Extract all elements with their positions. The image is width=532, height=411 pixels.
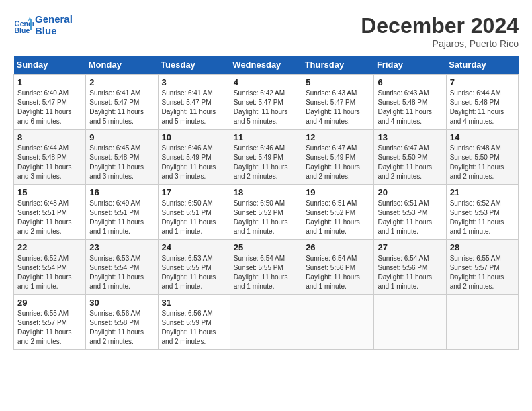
logo-icon: General Blue xyxy=(13,15,34,35)
title-block: December 2024 Pajaros, Puerto Rico xyxy=(361,13,519,49)
day-info: Sunrise: 6:48 AM Sunset: 5:50 PM Dayligh… xyxy=(450,144,515,181)
calendar-cell: 25 Sunrise: 6:54 AM Sunset: 5:55 PM Dayl… xyxy=(230,240,302,295)
day-number: 10 xyxy=(162,132,226,142)
day-number: 16 xyxy=(89,187,154,197)
day-number: 18 xyxy=(234,187,298,197)
weekday-header: Wednesday xyxy=(230,56,302,75)
day-number: 27 xyxy=(378,242,442,253)
day-info: Sunrise: 6:41 AM Sunset: 5:47 PM Dayligh… xyxy=(162,89,226,126)
day-info: Sunrise: 6:52 AM Sunset: 5:53 PM Dayligh… xyxy=(450,199,515,236)
calendar-cell: 22 Sunrise: 6:52 AM Sunset: 5:54 PM Dayl… xyxy=(14,240,86,295)
weekday-header: Tuesday xyxy=(158,56,230,75)
day-info: Sunrise: 6:46 AM Sunset: 5:49 PM Dayligh… xyxy=(234,144,298,181)
location: Pajaros, Puerto Rico xyxy=(361,38,519,49)
day-number: 15 xyxy=(17,187,82,197)
day-info: Sunrise: 6:49 AM Sunset: 5:51 PM Dayligh… xyxy=(89,199,154,236)
day-info: Sunrise: 6:55 AM Sunset: 5:57 PM Dayligh… xyxy=(17,309,82,347)
day-info: Sunrise: 6:54 AM Sunset: 5:56 PM Dayligh… xyxy=(306,254,370,291)
calendar-cell: 30 Sunrise: 6:56 AM Sunset: 5:58 PM Dayl… xyxy=(86,295,158,350)
day-info: Sunrise: 6:54 AM Sunset: 5:56 PM Dayligh… xyxy=(378,254,442,291)
day-info: Sunrise: 6:53 AM Sunset: 5:54 PM Dayligh… xyxy=(89,254,154,291)
day-number: 19 xyxy=(306,187,370,197)
day-number: 6 xyxy=(378,77,442,87)
day-info: Sunrise: 6:41 AM Sunset: 5:47 PM Dayligh… xyxy=(89,89,154,126)
calendar-table: SundayMondayTuesdayWednesdayThursdayFrid… xyxy=(13,56,519,350)
logo-line1: General xyxy=(35,13,73,25)
weekday-header: Saturday xyxy=(446,56,518,75)
day-number: 21 xyxy=(450,187,515,197)
calendar-cell: 11 Sunrise: 6:46 AM Sunset: 5:49 PM Dayl… xyxy=(230,130,302,185)
day-number: 3 xyxy=(162,77,226,87)
weekday-header: Friday xyxy=(374,56,446,75)
day-info: Sunrise: 6:50 AM Sunset: 5:51 PM Dayligh… xyxy=(162,199,226,236)
day-number: 22 xyxy=(17,242,82,253)
svg-text:Blue: Blue xyxy=(15,26,30,34)
day-number: 1 xyxy=(17,77,82,87)
day-info: Sunrise: 6:51 AM Sunset: 5:52 PM Dayligh… xyxy=(306,199,370,236)
weekday-header: Monday xyxy=(86,56,158,75)
calendar-week-row: 22 Sunrise: 6:52 AM Sunset: 5:54 PM Dayl… xyxy=(14,240,519,295)
calendar-week-row: 8 Sunrise: 6:44 AM Sunset: 5:48 PM Dayli… xyxy=(14,130,519,185)
calendar-cell: 4 Sunrise: 6:42 AM Sunset: 5:47 PM Dayli… xyxy=(230,75,302,130)
weekday-header-row: SundayMondayTuesdayWednesdayThursdayFrid… xyxy=(14,56,519,75)
calendar-cell xyxy=(230,295,302,350)
day-number: 2 xyxy=(89,77,154,87)
day-number: 11 xyxy=(234,132,298,142)
day-number: 14 xyxy=(450,132,515,142)
day-info: Sunrise: 6:55 AM Sunset: 5:57 PM Dayligh… xyxy=(450,254,515,291)
day-info: Sunrise: 6:56 AM Sunset: 5:59 PM Dayligh… xyxy=(162,309,226,347)
day-number: 17 xyxy=(162,187,226,197)
day-info: Sunrise: 6:48 AM Sunset: 5:51 PM Dayligh… xyxy=(17,199,82,236)
calendar-cell: 17 Sunrise: 6:50 AM Sunset: 5:51 PM Dayl… xyxy=(158,185,230,240)
day-info: Sunrise: 6:47 AM Sunset: 5:49 PM Dayligh… xyxy=(306,144,370,181)
day-info: Sunrise: 6:40 AM Sunset: 5:47 PM Dayligh… xyxy=(17,89,82,126)
calendar-cell xyxy=(446,295,518,350)
day-number: 20 xyxy=(378,187,442,197)
calendar-cell: 2 Sunrise: 6:41 AM Sunset: 5:47 PM Dayli… xyxy=(86,75,158,130)
calendar-cell: 7 Sunrise: 6:44 AM Sunset: 5:48 PM Dayli… xyxy=(446,75,518,130)
calendar-cell: 3 Sunrise: 6:41 AM Sunset: 5:47 PM Dayli… xyxy=(158,75,230,130)
day-number: 12 xyxy=(306,132,370,142)
day-info: Sunrise: 6:44 AM Sunset: 5:48 PM Dayligh… xyxy=(450,89,515,126)
day-info: Sunrise: 6:43 AM Sunset: 5:48 PM Dayligh… xyxy=(378,89,442,126)
day-number: 5 xyxy=(306,77,370,87)
calendar-cell: 9 Sunrise: 6:45 AM Sunset: 5:48 PM Dayli… xyxy=(86,130,158,185)
day-number: 26 xyxy=(306,242,370,253)
calendar-cell: 12 Sunrise: 6:47 AM Sunset: 5:49 PM Dayl… xyxy=(302,130,374,185)
calendar-cell: 15 Sunrise: 6:48 AM Sunset: 5:51 PM Dayl… xyxy=(14,185,86,240)
day-number: 25 xyxy=(234,242,298,253)
calendar-cell: 1 Sunrise: 6:40 AM Sunset: 5:47 PM Dayli… xyxy=(14,75,86,130)
day-number: 23 xyxy=(89,242,154,253)
day-info: Sunrise: 6:52 AM Sunset: 5:54 PM Dayligh… xyxy=(17,254,82,291)
calendar-cell: 27 Sunrise: 6:54 AM Sunset: 5:56 PM Dayl… xyxy=(374,240,446,295)
calendar-cell: 14 Sunrise: 6:48 AM Sunset: 5:50 PM Dayl… xyxy=(446,130,518,185)
day-number: 13 xyxy=(378,132,442,142)
day-info: Sunrise: 6:51 AM Sunset: 5:53 PM Dayligh… xyxy=(378,199,442,236)
day-number: 4 xyxy=(234,77,298,87)
calendar-cell: 16 Sunrise: 6:49 AM Sunset: 5:51 PM Dayl… xyxy=(86,185,158,240)
day-info: Sunrise: 6:50 AM Sunset: 5:52 PM Dayligh… xyxy=(234,199,298,236)
calendar-cell: 19 Sunrise: 6:51 AM Sunset: 5:52 PM Dayl… xyxy=(302,185,374,240)
calendar-cell xyxy=(374,295,446,350)
day-info: Sunrise: 6:46 AM Sunset: 5:49 PM Dayligh… xyxy=(162,144,226,181)
day-number: 30 xyxy=(89,298,154,308)
weekday-header: Sunday xyxy=(14,56,86,75)
calendar-cell: 13 Sunrise: 6:47 AM Sunset: 5:50 PM Dayl… xyxy=(374,130,446,185)
day-info: Sunrise: 6:54 AM Sunset: 5:55 PM Dayligh… xyxy=(234,254,298,291)
calendar-week-row: 29 Sunrise: 6:55 AM Sunset: 5:57 PM Dayl… xyxy=(14,295,519,350)
calendar-cell: 5 Sunrise: 6:43 AM Sunset: 5:47 PM Dayli… xyxy=(302,75,374,130)
day-number: 29 xyxy=(17,298,82,308)
calendar-week-row: 1 Sunrise: 6:40 AM Sunset: 5:47 PM Dayli… xyxy=(14,75,519,130)
calendar-cell: 6 Sunrise: 6:43 AM Sunset: 5:48 PM Dayli… xyxy=(374,75,446,130)
day-number: 8 xyxy=(17,132,82,142)
calendar-cell: 24 Sunrise: 6:53 AM Sunset: 5:55 PM Dayl… xyxy=(158,240,230,295)
day-info: Sunrise: 6:44 AM Sunset: 5:48 PM Dayligh… xyxy=(17,144,82,181)
weekday-header: Thursday xyxy=(302,56,374,75)
logo: General Blue General Blue xyxy=(13,13,73,36)
day-info: Sunrise: 6:53 AM Sunset: 5:55 PM Dayligh… xyxy=(162,254,226,291)
calendar-cell: 10 Sunrise: 6:46 AM Sunset: 5:49 PM Dayl… xyxy=(158,130,230,185)
day-number: 28 xyxy=(450,242,515,253)
calendar-cell: 28 Sunrise: 6:55 AM Sunset: 5:57 PM Dayl… xyxy=(446,240,518,295)
day-number: 9 xyxy=(89,132,154,142)
calendar-cell: 18 Sunrise: 6:50 AM Sunset: 5:52 PM Dayl… xyxy=(230,185,302,240)
